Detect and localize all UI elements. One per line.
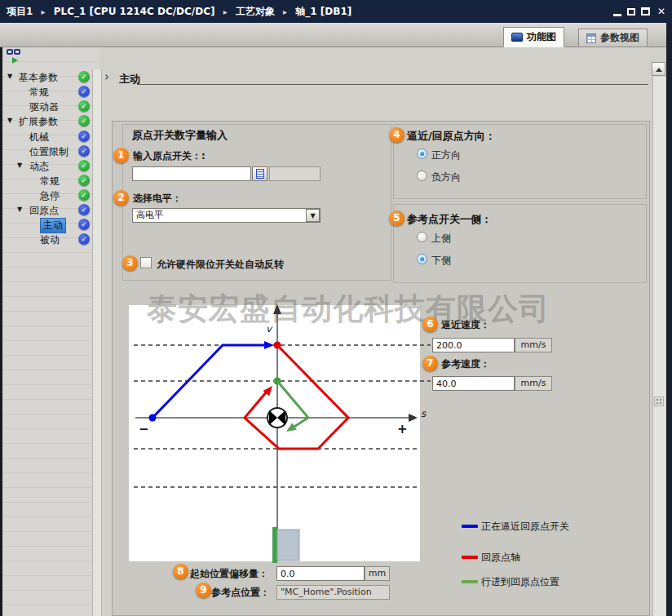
status-info-icon: ✓ [78, 233, 90, 245]
annotation-badge-4: 4 [389, 127, 405, 143]
tree-item-drive[interactable]: 驱动器✓ [2, 99, 92, 113]
breadcrumb-axis[interactable]: 轴_1 [DB1] [295, 6, 351, 17]
tree-item-mechanics[interactable]: 机械✓ [2, 129, 92, 144]
status-info-icon: ✓ [78, 204, 90, 215]
lens-icon [7, 49, 13, 55]
tree-item-basic-params[interactable]: ▼基本参数✓ [2, 69, 92, 84]
section-divider [137, 84, 648, 85]
home-switch-group-title: 原点开关数字量输入 [132, 128, 228, 143]
reference-speed-unit: mm/s [515, 376, 552, 391]
tree-item-active-homing[interactable]: 主动✓ [2, 217, 92, 232]
start-offset-label: 起始位置偏移量： [190, 567, 268, 581]
status-ok-icon: ✓ [78, 115, 90, 126]
breadcrumb-separator-icon: ▸ [283, 7, 287, 16]
side-upper-radio[interactable] [417, 232, 427, 242]
tab-parameter-view[interactable]: 参数视图 [578, 29, 648, 47]
reference-position-field: "MC_Home".Position [276, 585, 390, 600]
scroll-up-button[interactable] [652, 62, 665, 76]
breadcrumb-tech-objects[interactable]: 工艺对象 [236, 6, 275, 17]
reference-speed-input[interactable] [432, 376, 515, 391]
breadcrumb-separator-icon: ▸ [42, 7, 46, 16]
tab-function-view[interactable]: 功能图 [503, 27, 564, 47]
s-axis-arrow-icon [409, 414, 418, 422]
tree-item-general[interactable]: 常规✓ [2, 84, 92, 99]
chevron-down-icon: ▼ [310, 212, 315, 219]
close-icon[interactable]: ✕ [656, 6, 667, 17]
tab-function-view-label: 功能图 [527, 30, 556, 44]
breadcrumb: 项目1 ▸ PLC_1 [CPU 1214C DC/DC/DC] ▸ 工艺对象 … [7, 5, 351, 19]
legend-approach-label: 正在逼近回原点开关 [481, 520, 569, 534]
browse-button[interactable] [252, 166, 267, 181]
level-select[interactable]: 高电平 [132, 208, 321, 223]
lens-icon [14, 49, 20, 55]
v-axis-arrow-icon [273, 304, 281, 314]
tree-item-dynamics[interactable]: ▼动态✓ [2, 158, 92, 173]
direction-negative-radio[interactable] [417, 171, 427, 181]
legend-homing-swatch [462, 556, 478, 559]
approach-speed-label: 逼近速度： [441, 318, 490, 332]
tree-item-emergency-stop[interactable]: 急停✓ [2, 188, 92, 202]
side-group-title: 参考点开关一侧： [407, 212, 492, 227]
minus-direction-label: − [139, 422, 149, 437]
section-chevron-icon[interactable]: › [104, 69, 109, 84]
plus-direction-label: + [397, 422, 408, 437]
tree-scrollbar[interactable] [92, 69, 102, 616]
approach-speed-input[interactable] [432, 338, 515, 352]
cam-switch-body [277, 530, 299, 561]
tia-portal-window: 项目1 ▸ PLC_1 [CPU 1214C DC/DC/DC] ▸ 工艺对象 … [0, 0, 672, 616]
approach-arrow-icon [264, 341, 274, 349]
play-icon [12, 57, 18, 64]
restore-icon[interactable] [627, 8, 635, 16]
auto-reverse-label: 允许硬件限位开关处自动反转 [157, 258, 284, 272]
status-ok-icon: ✓ [78, 100, 90, 112]
legend-homing-label: 回原点轴 [481, 551, 520, 565]
status-ok-icon: ✓ [78, 189, 90, 201]
start-offset-unit: mm [365, 566, 390, 581]
content-scrollbar[interactable] [652, 77, 665, 616]
reference-position-label: 参考点位置： [211, 586, 270, 600]
v-axis-label: v [266, 323, 273, 335]
direction-positive-radio[interactable] [417, 148, 427, 159]
annotation-badge-2: 2 [113, 190, 129, 206]
maximize-icon[interactable] [641, 7, 650, 16]
monitor-glasses-icon[interactable] [7, 49, 26, 64]
window-controls: ✕ [613, 0, 667, 23]
minimize-icon[interactable] [613, 7, 621, 16]
status-info-icon: ✓ [78, 145, 90, 157]
s-axis-label: s [421, 408, 427, 419]
breadcrumb-project[interactable]: 项目1 [7, 6, 33, 17]
breadcrumb-plc[interactable]: PLC_1 [CPU 1214C DC/DC/DC] [54, 6, 215, 17]
expand-icon[interactable]: ▼ [17, 206, 22, 213]
home-switch-readonly-field [269, 166, 321, 181]
annotation-badge-5: 5 [389, 211, 405, 226]
status-info-icon: ✓ [78, 86, 90, 97]
status-ok-icon: ✓ [78, 160, 90, 171]
home-switch-input[interactable] [132, 166, 251, 181]
auto-reverse-checkbox[interactable] [140, 257, 152, 268]
legend-travel-swatch [462, 580, 478, 583]
tree-item-dynamics-general[interactable]: 常规✓ [2, 173, 92, 188]
travel-home-arrow-icon [284, 423, 297, 435]
function-view-icon [511, 33, 523, 42]
tab-parameter-view-label: 参数视图 [600, 31, 639, 45]
legend-approach-swatch [462, 525, 478, 528]
view-toolbar: 功能图 参数视图 [0, 23, 672, 47]
title-bar: 项目1 ▸ PLC_1 [CPU 1214C DC/DC/DC] ▸ 工艺对象 … [0, 0, 672, 23]
tree-item-homing[interactable]: ▼回原点✓ [2, 202, 92, 217]
annotation-badge-8: 8 [173, 564, 188, 579]
annotation-badge-6: 6 [422, 317, 438, 332]
tree-item-passive-homing[interactable]: 被动✓ [2, 232, 92, 246]
expand-icon[interactable]: ▼ [17, 162, 22, 169]
tree-item-position-limits[interactable]: 位置限制✓ [2, 144, 92, 158]
status-ok-icon: ✓ [78, 175, 90, 186]
direction-positive-label: 正方向 [431, 148, 461, 162]
start-offset-input[interactable] [276, 566, 365, 581]
expand-icon[interactable]: ▼ [7, 117, 12, 124]
side-lower-radio[interactable] [417, 254, 427, 264]
scrollbar-grip[interactable] [654, 397, 664, 406]
annotation-badge-9: 9 [196, 583, 211, 598]
direction-group-title: 逼近/回原点方向： [407, 129, 496, 144]
expand-icon[interactable]: ▼ [7, 73, 12, 80]
level-select-arrow-button[interactable]: ▼ [306, 209, 320, 222]
tree-item-extended-params[interactable]: ▼扩展参数✓ [2, 113, 92, 128]
